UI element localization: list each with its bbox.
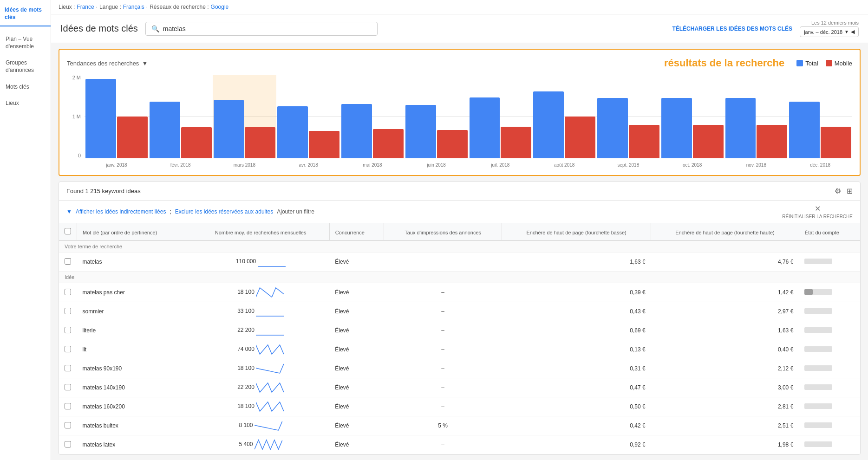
row-checkbox[interactable] xyxy=(65,422,71,428)
bar-mobile xyxy=(117,117,148,158)
bid-low-cell: 0,50 € xyxy=(502,397,651,416)
competition-cell: Élevé xyxy=(329,302,384,321)
sidebar: Idées de mots clés Plan – Vue d'ensemble… xyxy=(0,0,51,460)
col-bid-low: Enchère de haut de page (fourchette bass… xyxy=(502,223,651,240)
bid-low-cell: 0,31 € xyxy=(502,359,651,378)
legend-title: résultats de la recherche xyxy=(664,57,784,69)
keyword-cell: literie xyxy=(77,321,192,340)
search-input[interactable] xyxy=(163,25,372,32)
bar-mobile xyxy=(757,125,787,158)
add-filter-button[interactable]: Ajouter un filtre xyxy=(277,208,314,215)
bid-high-cell: 1,42 € xyxy=(651,283,799,302)
monthly-cell: 22 200 xyxy=(192,321,329,340)
bid-high-cell: 0,40 € xyxy=(651,340,799,359)
date-range-selector[interactable]: janv. – déc. 2018 ▼ ◀ xyxy=(800,26,859,37)
chevron-down-icon: ▼ xyxy=(142,60,148,67)
sidebar-item-mots[interactable]: Mots clés xyxy=(0,79,51,96)
lieux-value[interactable]: France xyxy=(77,4,94,10)
impression-cell: – xyxy=(384,435,502,454)
row-checkbox[interactable] xyxy=(65,346,71,352)
date-range: Les 12 derniers mois janv. – déc. 2018 ▼… xyxy=(800,20,859,37)
keyword-cell: matelas 140x190 xyxy=(77,378,192,397)
row-checkbox[interactable] xyxy=(65,258,71,265)
monthly-cell: 33 100 xyxy=(192,302,329,321)
impression-cell: – xyxy=(384,397,502,416)
search-icon: 🔍 xyxy=(151,25,159,32)
bid-high-cell: 4,76 € xyxy=(651,253,799,272)
table-controls: Found 1 215 keyword ideas ⚙ ⊞ xyxy=(59,182,860,201)
bar-mobile xyxy=(629,125,659,158)
bid-low-cell: 0,92 € xyxy=(502,435,651,454)
row-checkbox[interactable] xyxy=(65,327,71,333)
select-all-checkbox[interactable] xyxy=(65,228,71,234)
bar-label: mai 2018 xyxy=(363,162,382,168)
y-label-2m: 2 M xyxy=(72,75,81,80)
sidebar-nav: Plan – Vue d'ensemble Groupes d'annonces… xyxy=(0,26,51,117)
sidebar-item-groupes[interactable]: Groupes d'annonces xyxy=(0,55,51,78)
keyword-cell: matelas 160x200 xyxy=(77,397,192,416)
col-competition: Concurrence xyxy=(329,223,384,240)
sidebar-item-lieux[interactable]: Lieux xyxy=(0,95,51,112)
bar-label: févr. 2018 xyxy=(170,162,191,168)
table-row: lit74 000 Élevé–0,13 €0,40 € xyxy=(59,340,860,359)
impression-cell: – xyxy=(384,283,502,302)
bar-label: nov. 2018 xyxy=(746,162,766,168)
state-cell xyxy=(799,359,860,378)
keyword-cell: matelas bultex xyxy=(77,416,192,435)
row-checkbox[interactable] xyxy=(65,384,71,390)
legend-mobile: Mobile xyxy=(826,60,852,67)
row-checkbox[interactable] xyxy=(65,365,71,371)
bar-group: nov. 2018 xyxy=(724,75,789,158)
download-button[interactable]: TÉLÉCHARGER LES IDÉES DES MOTS CLÉS xyxy=(672,26,792,32)
state-cell xyxy=(799,321,860,340)
bar-total xyxy=(405,105,436,158)
reset-search-button[interactable]: ✕ RÉINITIALISER LA RECHERCHE xyxy=(782,204,853,219)
sidebar-logo[interactable]: Idées de mots clés xyxy=(0,0,51,26)
bar-group: sept. 2018 xyxy=(596,75,660,158)
competition-cell: Élevé xyxy=(329,321,384,340)
bar-label: juil. 2018 xyxy=(491,162,509,168)
legend-mobile-dot xyxy=(826,60,832,66)
filter-adult-link[interactable]: Exclure les idées réservées aux adultes xyxy=(175,208,273,215)
reseaux-label: Réseaux de recherche : xyxy=(150,4,209,10)
columns-icon[interactable]: ⊞ xyxy=(847,187,853,195)
col-bid-high: Enchère de haut de page (fourchette haut… xyxy=(651,223,799,240)
langue-label: Langue : xyxy=(99,4,121,10)
keyword-cell: matelas xyxy=(77,253,192,272)
sidebar-item-plan[interactable]: Plan – Vue d'ensemble xyxy=(0,31,51,55)
bid-high-cell: 2,97 € xyxy=(651,302,799,321)
chart-section: Tendances des recherches ▼ résultats de … xyxy=(59,49,861,176)
bar-group: mai 2018 xyxy=(340,75,405,158)
chart-title[interactable]: Tendances des recherches ▼ xyxy=(67,60,148,67)
bar-chart: 2 M 1 M 0 janv. 2018févr. 2018mars 2018a… xyxy=(67,75,852,168)
row-checkbox[interactable] xyxy=(65,441,71,447)
row-checkbox[interactable] xyxy=(65,403,71,409)
row-checkbox[interactable] xyxy=(65,289,71,295)
chevron-left-icon[interactable]: ◀ xyxy=(851,29,855,35)
monthly-cell: 18 100 xyxy=(192,283,329,302)
langue-value[interactable]: Français xyxy=(123,4,144,10)
bid-high-cell: 1,63 € xyxy=(651,321,799,340)
reseaux-value[interactable]: Google xyxy=(211,4,229,10)
bar-total xyxy=(470,97,500,158)
bid-low-cell: 0,43 € xyxy=(502,302,651,321)
state-cell xyxy=(799,340,860,359)
bar-mobile xyxy=(821,127,851,158)
bar-total xyxy=(214,100,244,158)
bar-group: avr. 2018 xyxy=(276,75,340,158)
state-cell xyxy=(799,397,860,416)
filter-icon[interactable]: ⚙ xyxy=(835,187,841,195)
search-box[interactable]: 🔍 xyxy=(145,22,378,36)
filter-bar: ▼ Afficher les idées indirectement liées… xyxy=(59,201,860,223)
bar-total xyxy=(150,102,180,158)
bid-low-cell: 0,47 € xyxy=(502,378,651,397)
close-icon: ✕ xyxy=(815,204,821,213)
table-row: matelas 160x20018 100 Élevé–0,50 €2,81 € xyxy=(59,397,860,416)
filter-indirect-link[interactable]: Afficher les idées indirectement liées xyxy=(76,208,166,215)
keyword-cell: matelas pas cher xyxy=(77,283,192,302)
row-checkbox[interactable] xyxy=(65,308,71,314)
chart-title-text: Tendances des recherches xyxy=(67,60,139,67)
bid-high-cell: 3,00 € xyxy=(651,378,799,397)
bar-group: juin 2018 xyxy=(405,75,469,158)
bar-group: févr. 2018 xyxy=(149,75,213,158)
